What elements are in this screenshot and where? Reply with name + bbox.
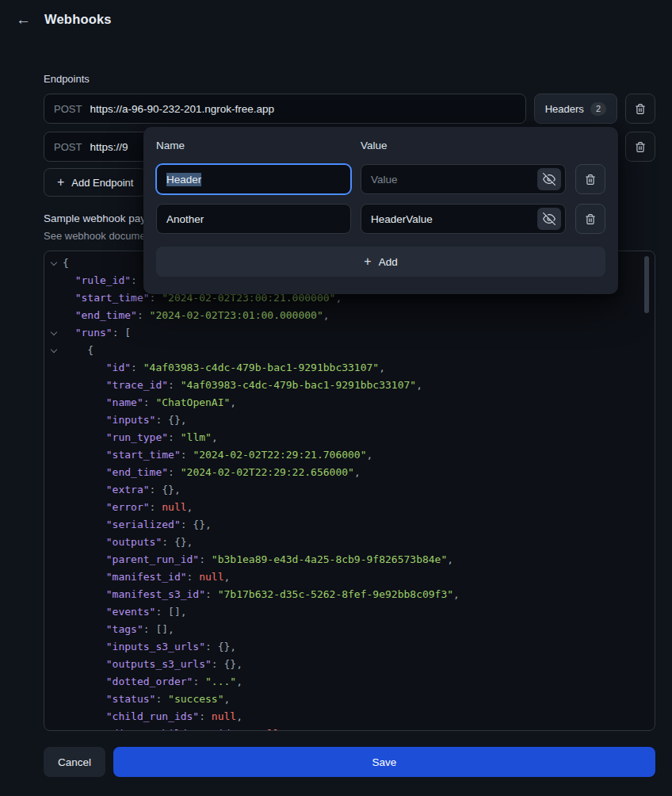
plus-icon: + <box>364 255 371 268</box>
code-line-text: "run_type": "llm", <box>63 429 218 446</box>
code-gutter <box>44 586 63 603</box>
back-arrow-icon[interactable]: ← <box>16 12 31 27</box>
code-token <box>63 553 106 565</box>
code-line-text: "outputs_s3_urls": {}, <box>63 656 242 673</box>
trash-icon <box>585 213 596 225</box>
header-value-input[interactable]: Value <box>361 164 566 194</box>
header-row: Header Value <box>156 164 605 194</box>
code-line: "parent_run_id": "b3b1ea89-e43d-4a25-8cb… <box>44 551 655 568</box>
code-token: , <box>230 396 236 408</box>
code-token: : <box>181 449 193 461</box>
delete-header-button[interactable] <box>575 204 605 234</box>
code-line-text: "extra": {}, <box>63 481 181 499</box>
code-token <box>63 641 106 652</box>
header-name-input[interactable]: Another <box>156 204 351 234</box>
code-token: "name" <box>106 396 143 408</box>
endpoints-section-label: Endpoints <box>44 73 655 86</box>
code-token <box>63 675 106 687</box>
code-gutter <box>44 656 63 673</box>
add-header-button[interactable]: + Add <box>156 247 605 277</box>
code-token: : <box>199 710 212 722</box>
code-line-text: { <box>63 342 94 359</box>
code-line-text: "dotted_order": "...", <box>63 673 242 691</box>
code-gutter <box>44 377 63 394</box>
fold-chevron-icon[interactable] <box>44 342 63 359</box>
header-value-input[interactable]: HeaderValue <box>361 204 566 234</box>
code-line-text: "error": null, <box>63 499 193 516</box>
code-token: "manifest_s3_id" <box>106 588 205 600</box>
toggle-value-visibility-button[interactable] <box>537 208 561 230</box>
header-name-text: Another <box>166 213 204 225</box>
popup-name-column-label: Name <box>156 140 361 151</box>
code-gutter <box>44 464 63 481</box>
delete-endpoint-button[interactable] <box>625 94 655 124</box>
code-gutter <box>44 621 63 638</box>
code-token: , <box>212 431 218 443</box>
code-token: : [], <box>143 623 174 635</box>
code-gutter <box>44 725 63 731</box>
code-line-text: "id": "4af03983-c4dc-479b-bac1-9291bbc33… <box>63 359 385 377</box>
code-token: "ChatOpenAI" <box>155 396 230 408</box>
code-token <box>63 623 106 635</box>
code-gutter <box>44 603 63 621</box>
code-token: , <box>224 571 231 583</box>
code-token: : <box>205 588 218 600</box>
code-token: "success" <box>168 693 223 705</box>
code-token: , <box>416 379 422 391</box>
headers-button[interactable]: Headers 2 <box>534 94 617 124</box>
code-token <box>63 414 106 426</box>
code-token: { <box>63 344 94 356</box>
code-token <box>63 710 106 722</box>
code-token: : <box>137 309 150 321</box>
code-gutter <box>44 272 63 289</box>
endpoint-url-value: https://9 <box>90 141 128 153</box>
code-token <box>63 536 106 548</box>
delete-header-button[interactable] <box>575 164 605 194</box>
code-token: null <box>162 501 186 513</box>
headers-count-badge: 2 <box>590 102 606 116</box>
code-line: "end_time": "2024-02-02T22:29:22.656000"… <box>44 464 655 481</box>
plus-icon: + <box>57 176 64 189</box>
code-line-text: "inputs_s3_urls": {}, <box>63 638 236 656</box>
endpoint-url-input[interactable]: POST https://a-96-90-232-201.ngrok-free.… <box>44 94 526 124</box>
code-line-text: "child_run_ids": null, <box>63 708 242 725</box>
code-token: "trace_id" <box>106 379 168 391</box>
code-line: "dotted_order": "...", <box>44 673 655 691</box>
footer-actions: Cancel Save <box>44 747 655 777</box>
add-endpoint-button[interactable]: + Add Endpoint <box>44 168 147 197</box>
code-gutter <box>44 481 63 499</box>
cancel-button[interactable]: Cancel <box>44 747 105 777</box>
code-token: "4af03983-c4dc-479b-bac1-9291bbc33107" <box>181 379 416 391</box>
code-line-text: "end_time": "2024-02-02T22:29:22.656000"… <box>63 464 361 481</box>
code-gutter <box>44 708 63 725</box>
code-line-text: "runs": [ <box>63 324 131 342</box>
code-token: , <box>280 728 286 731</box>
code-scrollbar-thumb[interactable] <box>644 256 649 313</box>
code-line: "extra": {}, <box>44 481 655 499</box>
code-line: "events": [], <box>44 603 655 621</box>
code-token: : {}, <box>212 658 242 670</box>
code-token: "status" <box>106 693 156 705</box>
code-token <box>63 362 106 373</box>
code-token: "inputs" <box>106 414 156 426</box>
code-token: , <box>236 710 242 722</box>
code-token: "4af03983-c4dc-479b-bac1-9291bbc33107" <box>143 362 379 373</box>
header-row: Another HeaderValue <box>156 204 605 234</box>
code-gutter <box>44 551 63 568</box>
save-button[interactable]: Save <box>113 747 655 777</box>
headers-button-label: Headers <box>545 103 584 115</box>
code-gutter <box>44 359 63 377</box>
header-name-input[interactable]: Header <box>156 164 351 194</box>
fold-chevron-icon[interactable] <box>44 324 63 342</box>
code-token: "7b17b632-d35c-5262-8fef-9e92bb8c09f3" <box>218 588 453 600</box>
code-line: "inputs": {}, <box>44 411 655 429</box>
code-token <box>63 379 106 391</box>
code-gutter <box>44 638 63 656</box>
toggle-value-visibility-button[interactable] <box>537 168 561 190</box>
delete-endpoint-button[interactable] <box>625 132 655 162</box>
code-token: "dotted_order" <box>106 675 193 687</box>
code-token <box>63 309 75 321</box>
code-token: "events" <box>106 606 156 618</box>
code-token: : <box>193 675 205 687</box>
fold-chevron-icon[interactable] <box>44 254 63 272</box>
